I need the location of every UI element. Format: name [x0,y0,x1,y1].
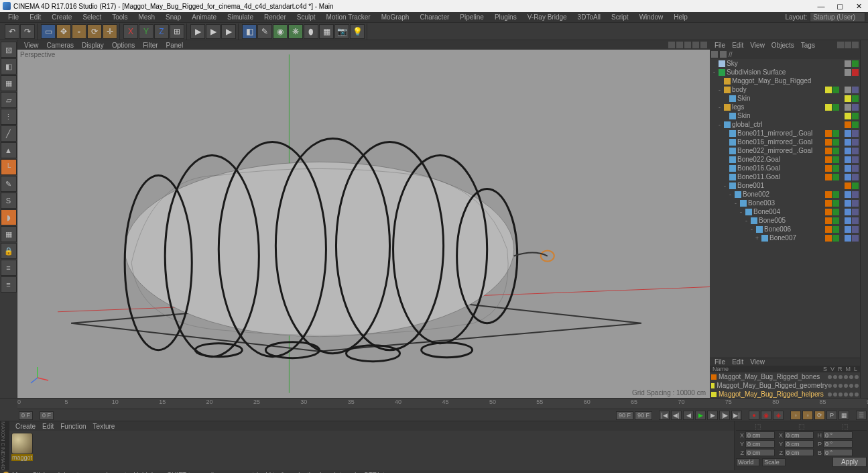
vp-menu-display[interactable]: Display [78,42,108,49]
menu-edit[interactable]: Edit [24,13,46,21]
polygon-mode-tool[interactable]: ▲ [1,142,17,158]
rot-p-field[interactable]: 0 ° [823,440,853,448]
pen-tool[interactable]: ✎ [257,24,272,39]
render-view-button[interactable]: ▶ [190,24,205,39]
layer-row[interactable]: Maggot_May_Bug_Rigged_geometry [710,381,860,390]
snap-tool[interactable]: S [1,193,17,209]
scale-key-button[interactable]: ▫ [802,411,813,420]
pos-z-field[interactable]: 0 cm [745,449,775,456]
soft-select-tool[interactable]: ◗ [1,209,17,225]
viewport[interactable]: Perspective [17,50,710,398]
tree-item[interactable]: -Bone005 [710,216,860,225]
layer-menu-edit[interactable]: Edit [729,358,747,366]
tl-cur-field[interactable]: 90 F [616,411,633,420]
obj-menu-tags[interactable]: Tags [798,42,818,49]
eye-icon[interactable] [845,42,851,48]
menu-simulate[interactable]: Simulate [222,13,259,21]
bend-button[interactable]: ⬮ [304,24,318,39]
obj-menu-view[interactable]: View [747,42,768,49]
tree-item[interactable]: -Bone002 [710,190,860,199]
redo-button[interactable]: ↷ [20,24,35,39]
vp-nav-icon[interactable] [668,42,675,48]
vp-nav-icon[interactable] [676,42,683,48]
layer-menu-file[interactable]: File [711,358,729,366]
y-axis-lock[interactable]: Y [139,24,153,39]
apply-button[interactable]: Apply [832,457,867,467]
array-button[interactable]: ❋ [288,24,303,39]
layer-row[interactable]: Maggot_May_Bug_Rigged_bones [710,372,860,381]
close-button[interactable]: ✕ [849,0,868,12]
obj-menu-file[interactable]: File [711,42,729,49]
undo-button[interactable]: ↶ [5,24,19,39]
play-button[interactable]: ▶ [695,411,706,420]
tree-item[interactable]: Sky [710,59,860,68]
menu-v-ray bridge[interactable]: V-Ray Bridge [522,13,572,21]
obj-menu-objects[interactable]: Objects [768,42,798,49]
axis-tool[interactable]: └ [1,159,17,175]
script-tool[interactable]: ≡ [1,260,17,276]
home-icon[interactable] [711,51,718,58]
layer-menu-view[interactable]: View [747,358,768,366]
record-button[interactable]: ● [749,411,759,420]
minimize-button[interactable]: — [812,0,830,12]
tl-end-field[interactable]: 90 F [635,411,652,420]
menu-render[interactable]: Render [259,13,292,21]
subdiv-button[interactable]: ◉ [273,24,288,39]
edge-mode-tool[interactable]: ╱ [1,125,17,142]
menu-character[interactable]: Character [414,13,454,21]
menu-animate[interactable]: Animate [186,13,222,21]
tree-item[interactable]: +Bone007 [710,233,860,242]
mat-menu-edit[interactable]: Edit [39,423,57,430]
move-tool[interactable]: ✥ [56,24,71,39]
vp-menu-view[interactable]: View [20,42,43,49]
menu-pipeline[interactable]: Pipeline [454,13,489,21]
mat-menu-create[interactable]: Create [12,423,39,430]
prev-frame-button[interactable]: ◀ [683,411,694,420]
param-key-button[interactable]: P [826,411,837,420]
rot-key-button[interactable]: ⟳ [814,411,825,420]
tree-item[interactable]: -Bone006 [710,225,860,233]
tl-min-field[interactable]: 0 F [40,411,54,420]
size-y-field[interactable]: 0 cm [784,440,814,448]
keyframe-button[interactable]: ◈ [773,411,784,420]
tree-item[interactable]: -Bone004 [710,207,860,216]
menu-tools[interactable]: Tools [107,13,133,21]
floor-button[interactable]: ▦ [319,24,334,39]
render-pv-button[interactable]: ▶ [206,24,221,39]
layer-list[interactable]: Maggot_May_Bug_Rigged_bonesMaggot_May_Bu… [710,372,860,399]
live-select-tool[interactable]: ▭ [41,24,56,39]
pos-key-button[interactable]: ▫ [790,411,801,420]
material-item[interactable]: maggot [11,433,33,461]
render-settings-button[interactable]: ▶ [221,24,236,39]
cube-primitive[interactable]: ◧ [242,24,257,39]
vp-nav-icon[interactable] [684,42,691,48]
menu-mesh[interactable]: Mesh [133,13,160,21]
z-axis-lock[interactable]: Z [154,24,169,39]
recent-tool[interactable]: ✛ [103,24,117,39]
scale-tool[interactable]: ▫ [72,24,86,39]
maximize-button[interactable]: ▢ [830,0,849,12]
autokey-button[interactable]: ◉ [761,411,771,420]
search-icon[interactable] [837,42,844,48]
tree-item[interactable]: Skin [710,111,860,120]
next-key-button[interactable]: |▶ [719,411,730,420]
vp-menu-cameras[interactable]: Cameras [43,42,78,49]
up-icon[interactable] [720,51,727,58]
size-z-field[interactable]: 0 cm [784,449,814,456]
script-tool-2[interactable]: ≡ [1,276,17,293]
panel-opts-icon[interactable] [852,42,859,48]
vp-menu-filter[interactable]: Filter [139,42,162,49]
coord-scale-dropdown[interactable]: Scale [762,458,786,466]
tree-item[interactable]: Bone022.Goal [710,155,860,164]
menu-create[interactable]: Create [46,13,77,21]
pos-x-field[interactable]: 0 cm [745,431,775,439]
next-frame-button[interactable]: ▶ [707,411,718,420]
obj-menu-edit[interactable]: Edit [729,42,747,49]
tree-item[interactable]: Maggot_May_Bug_Rigged [710,76,860,85]
coord-world-dropdown[interactable]: World [736,458,759,466]
viewport-solo-tool[interactable]: ▦ [1,226,17,242]
menu-mograph[interactable]: MoGraph [376,13,415,21]
tree-item[interactable]: Bone022_mirrored_.Goal [710,146,860,155]
tree-item[interactable]: -legs [710,103,860,111]
size-x-field[interactable]: 0 cm [784,431,814,439]
